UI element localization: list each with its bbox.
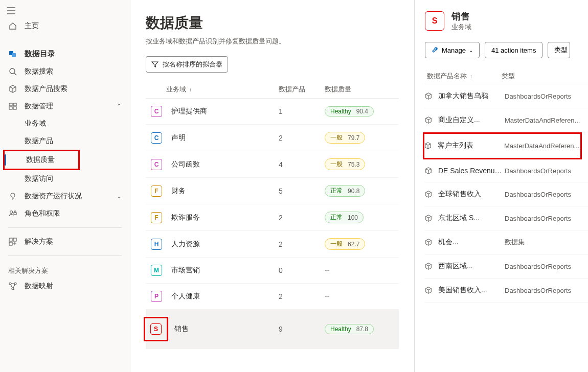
nav-divider xyxy=(8,227,122,228)
hamburger-icon[interactable] xyxy=(0,4,130,17)
chevron-up-icon: ⌃ xyxy=(117,103,122,110)
nav-business-domain[interactable]: 业务域 xyxy=(0,115,130,132)
svg-rect-8 xyxy=(13,103,16,106)
domain-count: 1 xyxy=(279,107,325,115)
product-row[interactable]: 客户主列表MasterDataAndReferen... xyxy=(424,134,580,158)
nav-data-manage[interactable]: 数据管理 ⌃ xyxy=(0,98,130,115)
manage-button[interactable]: Manage ⌄ xyxy=(425,42,480,58)
domain-letter-badge: P xyxy=(151,291,162,302)
domain-name: 个人健康 xyxy=(171,292,279,301)
quality-pill: 正常100 xyxy=(325,212,364,223)
sidebar: 主页 数据目录 数据搜索 数据产品搜索 数据管理 ⌃ 业务域 数据产品 数据质量… xyxy=(0,0,130,372)
domain-row[interactable]: S销售9Healthy87.8 xyxy=(146,310,399,349)
domain-name: 市场营销 xyxy=(171,266,279,275)
product-row[interactable]: 全球销售收入DashboardsOrReports xyxy=(425,182,588,206)
nav-data-mapping[interactable]: 数据映射 xyxy=(0,277,130,295)
panel-domain-badge: S xyxy=(425,11,444,31)
nav-asset-status[interactable]: 数据资产运行状况 ⌄ xyxy=(0,188,130,205)
product-row[interactable]: 商业自定义...MasterDataAndReferen... xyxy=(425,108,588,132)
domain-letter-badge: C xyxy=(151,159,162,170)
quality-none: -- xyxy=(325,266,329,274)
product-row[interactable]: 西南区域...DashboardsOrReports xyxy=(425,254,588,278)
domain-count: 0 xyxy=(279,266,325,274)
nav-label: 数据产品 xyxy=(25,136,122,146)
cube-icon xyxy=(425,287,433,294)
chevron-down-icon: ⌄ xyxy=(117,193,122,200)
product-type: DashboardsOrReports xyxy=(505,263,588,270)
svg-point-18 xyxy=(14,283,16,285)
product-type: DashboardsOrReports xyxy=(505,215,588,222)
col-product-type[interactable]: 类型 xyxy=(502,72,588,81)
product-name: 东北区域 S... xyxy=(438,214,505,223)
nav-catalog-section[interactable]: 数据目录 xyxy=(0,44,130,63)
cube-icon xyxy=(424,142,433,149)
domain-letter-badge: C xyxy=(151,132,162,144)
product-row[interactable]: 东北区域 S...DashboardsOrReports xyxy=(425,206,588,230)
product-row[interactable]: 加拿大销售乌鸦DashboardsOrReports xyxy=(425,84,588,108)
col-count-label[interactable]: 数据产品 xyxy=(279,85,325,94)
domain-name: 欺诈服务 xyxy=(171,213,279,222)
nav-label: 角色和权限 xyxy=(25,209,122,218)
svg-rect-13 xyxy=(14,213,16,215)
main-content: 数据质量 按业务域和数据产品识别并修复数据质量问题。 按名称排序的拟合器 业务域… xyxy=(130,0,588,372)
highlight-box-nav: 数据质量 xyxy=(3,150,80,170)
col-product-name[interactable]: 数据产品名称 xyxy=(427,72,467,81)
svg-point-12 xyxy=(10,211,13,214)
product-name: 加拿大销售乌鸦 xyxy=(438,91,505,101)
nav-home[interactable]: 主页 xyxy=(0,17,130,35)
domain-count: 4 xyxy=(279,160,325,169)
filter-sort-button[interactable]: 按名称排序的拟合器 xyxy=(146,56,228,73)
quality-pill: Healthy87.8 xyxy=(325,324,374,334)
quality-pill: 正常90.8 xyxy=(325,185,365,197)
detail-panel: S 销售 业务域 Manage ⌄ 41 action items 类型 数据产… xyxy=(414,0,588,372)
quality-none: -- xyxy=(325,292,329,300)
mapping-icon xyxy=(8,282,17,291)
domain-row[interactable]: H人力资源2一般62.7 xyxy=(146,231,399,258)
svg-line-6 xyxy=(14,73,16,75)
domain-letter-badge: F xyxy=(151,212,162,223)
domain-row[interactable]: F财务5正常90.8 xyxy=(146,178,399,204)
nav-data-quality[interactable]: 数据质量 xyxy=(5,151,78,169)
catalog-icon xyxy=(8,50,17,59)
nav-label: 数据管理 xyxy=(25,102,109,111)
product-type: DashboardsOrReports xyxy=(505,287,588,294)
domain-letter-badge: F xyxy=(151,185,162,197)
action-items-button[interactable]: 41 action items xyxy=(485,42,542,58)
roles-icon xyxy=(8,209,17,218)
quality-value: 87.8 xyxy=(356,326,368,333)
domain-count: 2 xyxy=(279,214,325,222)
wrench-icon xyxy=(432,46,439,54)
nav-label: 数据资产运行状况 xyxy=(25,192,109,201)
col-domain-label[interactable]: 业务域 xyxy=(166,85,186,94)
domain-row[interactable]: C护理提供商1Healthy90.4 xyxy=(146,99,399,125)
nav-data-product[interactable]: 数据产品 xyxy=(0,132,130,150)
product-row[interactable]: 美国销售收入...DashboardsOrReports xyxy=(425,278,588,303)
type-filter-button[interactable]: 类型 xyxy=(548,42,570,58)
quality-label: 一般 xyxy=(330,240,343,248)
col-quality-label[interactable]: 数据质量 xyxy=(325,85,386,94)
nav-roles[interactable]: 角色和权限 xyxy=(0,205,130,222)
nav-product-search[interactable]: 数据产品搜索 xyxy=(0,80,130,98)
quality-label: 一般 xyxy=(330,160,343,169)
domain-row[interactable]: C声明2一般79.7 xyxy=(146,125,399,151)
product-row[interactable]: 机会...数据集 xyxy=(425,230,588,254)
product-row[interactable]: DE Sales Revenue In...DashboardsOrReport… xyxy=(425,159,588,182)
cube-icon xyxy=(425,167,433,174)
domain-row[interactable]: M市场营销0-- xyxy=(146,258,399,284)
product-type: DashboardsOrReports xyxy=(505,92,588,100)
quality-value: 79.7 xyxy=(348,134,359,142)
svg-point-17 xyxy=(9,283,11,285)
domain-name: 销售 xyxy=(174,324,279,334)
domain-row[interactable]: F欺诈服务2正常100 xyxy=(146,204,399,231)
nav-data-search[interactable]: 数据搜索 xyxy=(0,63,130,80)
nav-solutions[interactable]: 解决方案 xyxy=(0,233,130,250)
domain-row[interactable]: P个人健康2-- xyxy=(146,284,399,310)
nav-data-access[interactable]: 数据访问 xyxy=(0,170,130,188)
quality-pill: 一般79.7 xyxy=(325,132,365,144)
domain-row[interactable]: C公司函数4一般75.3 xyxy=(146,151,399,178)
grid-icon xyxy=(8,237,17,246)
quality-label: 正常 xyxy=(330,213,343,222)
filter-label: 按名称排序的拟合器 xyxy=(163,60,222,69)
manage-icon xyxy=(8,102,17,111)
domain-letter-badge: M xyxy=(151,265,162,276)
